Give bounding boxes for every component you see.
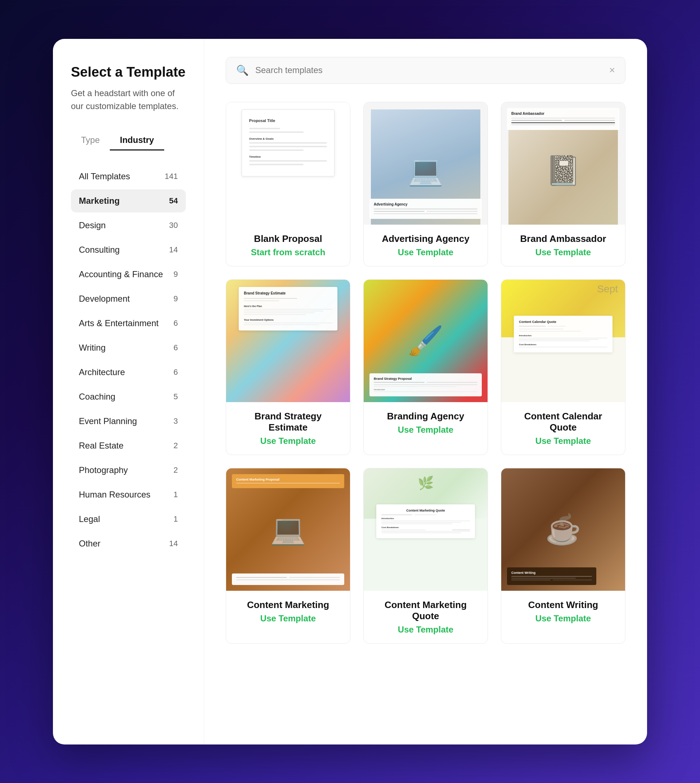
template-name-content-calendar: Content Calendar Quote [511,411,615,433]
template-name-brand-strategy-est: Brand Strategy Estimate [236,411,340,433]
template-footer-branding-agency: Branding Agency Use Template [364,402,488,443]
template-action-content-writing[interactable]: Use Template [511,613,615,623]
category-list: All Templates 141 Marketing 54 Design 30… [71,165,186,555]
modal-subtitle: Get a headstart with one of our customiz… [71,87,186,113]
template-action-content-calendar[interactable]: Use Template [511,436,615,446]
category-realestate[interactable]: Real Estate 2 [71,434,186,457]
category-all[interactable]: All Templates 141 [71,165,186,188]
template-action-blank[interactable]: Start from scratch [236,247,340,257]
template-name-content-marketing-quote: Content Marketing Quote [374,600,477,622]
template-preview-blank: Proposal Title Overview & Goals Timeline [226,102,350,225]
template-content-writing[interactable]: Content Writing Content Writing Use Temp… [501,468,625,644]
category-coaching[interactable]: Coaching 5 [71,385,186,408]
category-writing[interactable]: Writing 6 [71,336,186,359]
category-hr[interactable]: Human Resources 1 [71,483,186,506]
template-preview-brand-ambassador: Brand Ambassador [501,102,625,225]
template-preview-content-marketing-quote: 🌿 Content Marketing Quote Introduction C… [364,468,488,591]
template-content-marketing-quote[interactable]: 🌿 Content Marketing Quote Introduction C… [363,468,488,644]
template-advertising[interactable]: Advertising Agency Advertising Agency Us… [363,102,488,267]
template-content-calendar[interactable]: Sept Content Calendar Quote Introduction… [501,279,625,455]
sidebar: Select a Template Get a headstart with o… [53,39,204,745]
category-marketing[interactable]: Marketing 54 [71,189,186,212]
template-action-advertising[interactable]: Use Template [374,247,477,257]
template-footer-content-calendar: Content Calendar Quote Use Template [501,402,625,455]
template-preview-content-marketing: Content Marketing Proposal [226,468,350,591]
search-icon: 🔍 [236,65,249,76]
templates-grid: Proposal Title Overview & Goals Timeline [226,102,625,644]
template-footer-blank: Blank Proposal Start from scratch [226,225,350,266]
template-blank[interactable]: Proposal Title Overview & Goals Timeline [226,102,350,267]
template-brand-ambassador[interactable]: Brand Ambassador Brand Ambassador Use Te… [501,102,625,267]
template-preview-content-calendar: Sept Content Calendar Quote Introduction… [501,280,625,402]
template-action-content-marketing[interactable]: Use Template [236,613,340,623]
template-preview-branding-agency: Brand Strategy Proposal Introduction [364,280,488,402]
template-brand-strategy-est[interactable]: Brand Strategy Estimate Here's the Plan … [226,279,350,455]
template-action-content-marketing-quote[interactable]: Use Template [374,625,477,635]
template-footer-content-marketing-quote: Content Marketing Quote Use Template [364,591,488,643]
template-action-branding-agency[interactable]: Use Template [374,425,477,435]
template-footer-content-marketing: Content Marketing Use Template [226,591,350,632]
category-design[interactable]: Design 30 [71,214,186,237]
template-preview-content-writing: Content Writing [501,468,625,591]
close-icon[interactable]: × [609,65,615,76]
template-footer-content-writing: Content Writing Use Template [501,591,625,632]
filter-tabs: Type Industry [71,131,186,150]
category-legal[interactable]: Legal 1 [71,508,186,531]
template-name-brand-ambassador: Brand Ambassador [511,233,615,245]
category-development[interactable]: Development 9 [71,287,186,310]
template-modal: Select a Template Get a headstart with o… [53,39,647,745]
search-input[interactable] [255,65,603,75]
category-photography[interactable]: Photography 2 [71,459,186,481]
main-content: 🔍 × Proposal Title Overview & Goals [204,39,647,745]
template-name-branding-agency: Branding Agency [374,411,477,422]
modal-title: Select a Template [71,64,186,81]
template-name-content-marketing: Content Marketing [236,600,340,611]
template-action-brand-strategy-est[interactable]: Use Template [236,436,340,446]
category-accounting[interactable]: Accounting & Finance 9 [71,263,186,286]
template-action-brand-ambassador[interactable]: Use Template [511,247,615,257]
template-content-marketing[interactable]: Content Marketing Proposal Content Marke… [226,468,350,644]
blank-doc-preview: Proposal Title Overview & Goals Timeline [242,110,335,177]
template-preview-advertising: Advertising Agency [364,102,488,225]
template-footer-advertising: Advertising Agency Use Template [364,225,488,266]
category-architecture[interactable]: Architecture 6 [71,361,186,384]
category-other[interactable]: Other 14 [71,532,186,555]
template-footer-brand-ambassador: Brand Ambassador Use Template [501,225,625,266]
template-footer-brand-strategy-est: Brand Strategy Estimate Use Template [226,402,350,455]
template-branding-agency[interactable]: Brand Strategy Proposal Introduction Bra… [363,279,488,455]
category-event[interactable]: Event Planning 3 [71,410,186,433]
category-consulting[interactable]: Consulting 14 [71,238,186,262]
search-bar: 🔍 × [226,57,625,84]
template-preview-brand-strategy-est: Brand Strategy Estimate Here's the Plan … [226,280,350,402]
category-arts[interactable]: Arts & Entertainment 6 [71,312,186,335]
template-name-blank: Blank Proposal [236,233,340,245]
tab-type[interactable]: Type [71,131,110,150]
template-name-content-writing: Content Writing [511,600,615,611]
template-name-advertising: Advertising Agency [374,233,477,245]
tab-industry[interactable]: Industry [110,131,164,150]
